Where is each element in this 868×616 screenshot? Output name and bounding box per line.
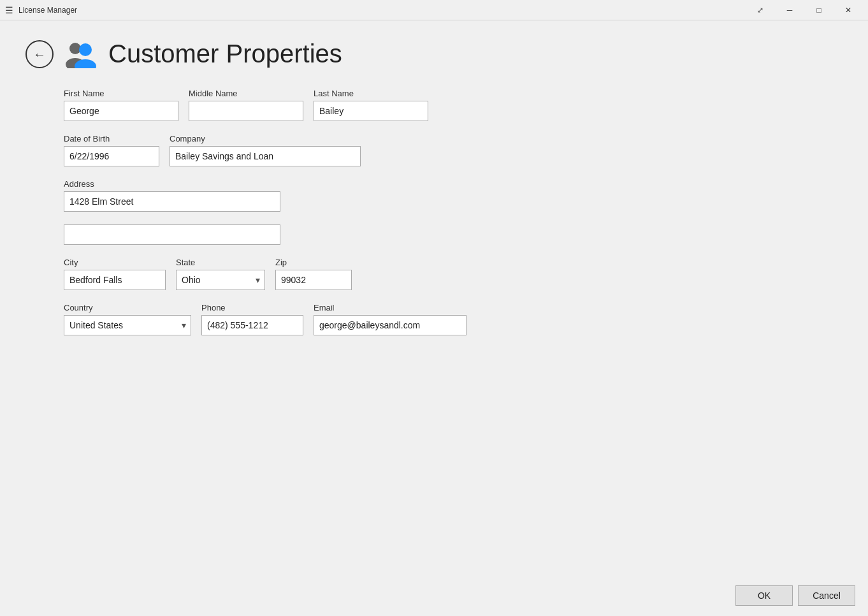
page-header: ← Customer Properties	[25, 40, 843, 68]
svg-point-2	[79, 43, 92, 56]
first-name-label: First Name	[64, 89, 178, 98]
state-group: State OhioAlabamaAlaskaArizonaCalifornia…	[176, 258, 265, 290]
phone-input[interactable]	[201, 315, 303, 335]
restore-button[interactable]: ⤢	[746, 0, 775, 20]
minimize-button[interactable]: ─	[775, 0, 804, 20]
middle-name-input[interactable]	[189, 101, 303, 121]
titlebar: ☰ License Manager ⤢ ─ □ ✕	[0, 0, 868, 20]
state-select-wrapper: OhioAlabamaAlaskaArizonaCaliforniaColora…	[176, 270, 265, 290]
dob-label: Date of Birth	[64, 134, 159, 143]
phone-label: Phone	[201, 303, 303, 312]
first-name-group: First Name	[64, 89, 178, 121]
address2-group	[64, 224, 280, 245]
maximize-button[interactable]: □	[804, 0, 834, 20]
address-group: Address	[64, 179, 280, 212]
email-input[interactable]	[314, 315, 467, 335]
page-title: Customer Properties	[108, 40, 342, 68]
last-name-input[interactable]	[314, 101, 428, 121]
last-name-label: Last Name	[314, 89, 428, 98]
address-label: Address	[64, 179, 280, 189]
cancel-button[interactable]: Cancel	[798, 585, 855, 606]
country-select-wrapper: United StatesCanadaUnited KingdomAustral…	[64, 315, 191, 335]
city-state-zip-row: City State OhioAlabamaAlaskaArizonaCalif…	[64, 258, 843, 290]
state-label: State	[176, 258, 265, 267]
company-group: Company	[170, 134, 361, 166]
bottom-bar: OK Cancel	[0, 575, 868, 616]
main-content: ← Customer Properties First Name Middle …	[0, 20, 868, 575]
zip-label: Zip	[275, 258, 352, 267]
company-label: Company	[170, 134, 361, 143]
email-group: Email	[314, 303, 467, 335]
last-name-group: Last Name	[314, 89, 428, 121]
dob-company-row: Date of Birth Company	[64, 134, 843, 166]
country-select[interactable]: United StatesCanadaUnited KingdomAustral…	[64, 315, 191, 335]
city-group: City	[64, 258, 166, 290]
city-label: City	[64, 258, 166, 267]
back-button[interactable]: ←	[25, 40, 54, 68]
form-area: First Name Middle Name Last Name Date of…	[25, 89, 843, 556]
back-arrow-icon: ←	[33, 48, 46, 61]
titlebar-left: ☰ License Manager	[5, 5, 77, 15]
middle-name-group: Middle Name	[189, 89, 303, 121]
first-name-input[interactable]	[64, 101, 178, 121]
titlebar-title: License Manager	[18, 6, 77, 15]
close-button[interactable]: ✕	[834, 0, 863, 20]
dob-group: Date of Birth	[64, 134, 159, 166]
email-label: Email	[314, 303, 467, 312]
zip-input[interactable]	[275, 270, 352, 290]
titlebar-controls: ⤢ ─ □ ✕	[746, 0, 863, 20]
middle-name-label: Middle Name	[189, 89, 303, 98]
zip-group: Zip	[275, 258, 352, 290]
state-select[interactable]: OhioAlabamaAlaskaArizonaCaliforniaColora…	[176, 270, 265, 290]
dob-input[interactable]	[64, 146, 159, 166]
address2-row	[64, 224, 843, 245]
address-input[interactable]	[64, 191, 280, 212]
menu-icon[interactable]: ☰	[5, 5, 13, 15]
country-group: Country United StatesCanadaUnited Kingdo…	[64, 303, 191, 335]
phone-group: Phone	[201, 303, 303, 335]
company-input[interactable]	[170, 146, 361, 166]
ok-button[interactable]: OK	[735, 585, 793, 606]
customers-icon	[64, 40, 98, 68]
country-label: Country	[64, 303, 191, 312]
name-row: First Name Middle Name Last Name	[64, 89, 843, 121]
address2-input[interactable]	[64, 224, 280, 245]
country-phone-email-row: Country United StatesCanadaUnited Kingdo…	[64, 303, 843, 335]
city-input[interactable]	[64, 270, 166, 290]
address-row: Address	[64, 179, 843, 212]
